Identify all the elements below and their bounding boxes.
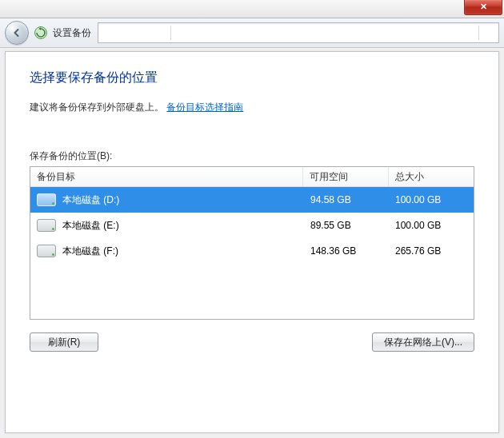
advice-static: 建议将备份保存到外部硬盘上。: [30, 102, 164, 113]
drive-list: 备份目标 可用空间 总大小 本地磁盘 (D:)94.58 GB100.00 GB…: [30, 166, 474, 320]
titlebar: ✕: [0, 0, 504, 18]
drive-row[interactable]: 本地磁盘 (E:)89.55 GB100.00 GB: [30, 213, 474, 238]
list-label: 保存备份的位置(B):: [30, 149, 474, 163]
arrow-left-icon: [11, 27, 22, 38]
list-header: 备份目标 可用空间 总大小: [30, 167, 474, 187]
drive-name: 本地磁盘 (E:): [62, 219, 119, 233]
col-header-free[interactable]: 可用空间: [303, 167, 389, 186]
list-body: 本地磁盘 (D:)94.58 GB100.00 GB本地磁盘 (E:)89.55…: [30, 187, 474, 319]
disk-icon: [37, 219, 56, 232]
address-bar[interactable]: [98, 22, 499, 43]
drive-row[interactable]: 本地磁盘 (D:)94.58 GB100.00 GB: [30, 187, 474, 213]
col-header-target[interactable]: 备份目标: [30, 167, 303, 186]
drive-free: 89.55 GB: [304, 220, 389, 231]
refresh-button[interactable]: 刷新(R): [30, 332, 98, 352]
drive-row[interactable]: 本地磁盘 (F:)148.36 GB265.76 GB: [30, 238, 474, 264]
window-root: ✕ 设置备份 选择要保存备份的位置 建议将备份保存到外部硬盘上。 备份目标选择指…: [0, 0, 504, 438]
drive-total: 100.00 GB: [389, 220, 474, 231]
drive-total: 100.00 GB: [389, 194, 474, 205]
navbar-title: 设置备份: [53, 26, 91, 40]
navbar: 设置备份: [0, 18, 504, 48]
drive-total: 265.76 GB: [389, 245, 474, 257]
advice-text: 建议将备份保存到外部硬盘上。 备份目标选择指南: [30, 101, 474, 114]
back-button[interactable]: [5, 21, 29, 45]
backup-icon: [34, 26, 48, 40]
page-title: 选择要保存备份的位置: [30, 70, 474, 86]
disk-icon: [37, 245, 56, 257]
drive-name: 本地磁盘 (F:): [62, 245, 118, 258]
content-panel: 选择要保存备份的位置 建议将备份保存到外部硬盘上。 备份目标选择指南 保存备份的…: [5, 51, 499, 433]
drive-free: 94.58 GB: [304, 194, 389, 205]
col-header-total[interactable]: 总大小: [389, 167, 474, 186]
disk-icon: [37, 193, 56, 206]
button-row: 刷新(R) 保存在网络上(V)...: [30, 332, 474, 352]
save-network-button[interactable]: 保存在网络上(V)...: [372, 332, 474, 352]
drive-free: 148.36 GB: [304, 245, 389, 257]
advice-link[interactable]: 备份目标选择指南: [166, 102, 243, 113]
close-button[interactable]: ✕: [464, 0, 502, 15]
drive-name: 本地磁盘 (D:): [62, 193, 119, 207]
